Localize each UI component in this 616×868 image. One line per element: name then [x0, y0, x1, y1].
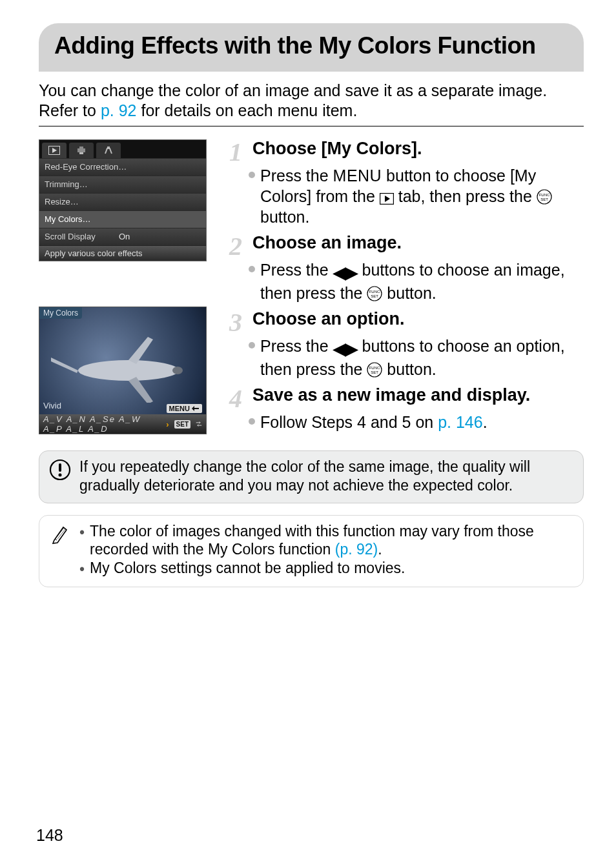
func-set-icon: FUNCSET [537, 189, 552, 205]
bullet-dot [249, 342, 255, 348]
menu-label: MENU [169, 405, 190, 412]
menu-footer: Apply various color effects [39, 245, 206, 261]
tip-1: • The color of images changed with this … [79, 522, 573, 560]
bullet-dot [249, 172, 255, 178]
menu-row-mycolors: My Colors… [39, 210, 206, 228]
tip1-text-a: The color of images changed with this fu… [90, 523, 534, 558]
step-1-number: 1 [229, 141, 249, 164]
intro-part2: for details on each menu item. [136, 101, 357, 119]
s3-text-a: Press the [260, 337, 333, 355]
preview-footer-icons: A_V A_N A_Se A_W A_P A_L A_D [43, 414, 161, 434]
playback-tab-icon [380, 193, 394, 205]
svg-point-19 [367, 363, 382, 377]
step-4-body: Follow Steps 4 and 5 on p. 146. [229, 412, 584, 432]
scroll-display-label: Scroll Display [45, 232, 96, 241]
step-3-body: Press the ◀▶ buttons to choose an option… [229, 336, 584, 379]
step-1-title: Choose [My Colors]. [252, 139, 422, 159]
airplane-graphic [51, 332, 193, 403]
svg-point-16 [367, 287, 382, 301]
step-3-title: Choose an option. [252, 310, 405, 329]
svg-point-13 [537, 190, 551, 204]
set-label: SET [174, 420, 190, 429]
tab-tools-icon [96, 143, 121, 158]
step-2-header: 2 Choose an image. [229, 234, 584, 257]
s1-text-c: tab, then press the [394, 187, 537, 205]
left-right-arrows-icon: ◀▶ [333, 338, 358, 359]
svg-point-10 [172, 367, 183, 374]
menu-word: MENU [333, 167, 382, 185]
svg-text:FUNC: FUNC [369, 366, 380, 370]
intro-text: You can change the color of an image and… [39, 81, 584, 121]
step-2-number: 2 [229, 235, 249, 258]
bullet-dot [249, 266, 255, 272]
link-p146[interactable]: p. 146 [438, 413, 483, 431]
tab-print-icon [69, 143, 94, 158]
menu-row-trimming: Trimming… [39, 176, 206, 193]
step-2-title: Choose an image. [252, 234, 402, 253]
svg-marker-7 [51, 358, 78, 373]
svg-text:SET: SET [371, 370, 379, 374]
tips-box: • The color of images changed with this … [39, 515, 584, 587]
link-p92[interactable]: p. 92 [101, 101, 137, 119]
page-title-banner: Adding Effects with the My Colors Functi… [39, 23, 584, 72]
back-arrow-icon [192, 405, 200, 412]
tip2-text: My Colors settings cannot be applied to … [90, 559, 405, 579]
preview-badge: My Colors [39, 307, 82, 319]
svg-rect-2 [77, 148, 85, 152]
step-4-header: 4 Save as a new image and display. [229, 386, 584, 409]
s4-text-b: . [483, 413, 488, 431]
step-3-header: 3 Choose an option. [229, 310, 584, 333]
svg-point-24 [59, 474, 62, 477]
caution-text: If you repeatedly change the color of th… [79, 458, 573, 495]
menu-row-redeye: Red-Eye Correction… [39, 158, 206, 176]
menu-screenshot: Red-Eye Correction… Trimming… Resize… My… [39, 139, 207, 261]
svg-text:FUNC: FUNC [369, 290, 380, 294]
tip1-text-b: . [378, 541, 382, 558]
svg-point-6 [78, 360, 179, 381]
page-title: Adding Effects with the My Colors Functi… [54, 32, 568, 60]
tip-bullet: • [79, 522, 85, 560]
s3-text-c: button. [382, 360, 436, 378]
svg-marker-12 [385, 196, 390, 202]
step-4-number: 4 [229, 387, 249, 410]
step-3-number: 3 [229, 311, 249, 334]
tip-bullet: • [79, 559, 85, 579]
left-right-arrows-icon: ◀▶ [333, 262, 358, 283]
svg-text:SET: SET [371, 294, 379, 298]
svg-marker-1 [52, 148, 57, 153]
step-1-header: 1 Choose [My Colors]. [229, 139, 584, 163]
svg-marker-8 [128, 337, 153, 364]
menu-row-scrolldisplay: Scroll Display On [39, 228, 206, 245]
caution-icon [48, 458, 72, 481]
caret-right-icon: › [166, 419, 169, 429]
preview-menu-back: MENU [167, 404, 202, 413]
s2-text-a: Press the [260, 261, 333, 279]
step-4-title: Save as a new image and display. [252, 386, 530, 405]
swap-icon [196, 420, 202, 428]
divider [39, 126, 584, 126]
svg-rect-5 [107, 146, 110, 148]
menu-tabs [39, 140, 206, 158]
scroll-display-value: On [119, 232, 130, 241]
svg-marker-9 [128, 377, 153, 403]
preview-footer: A_V A_N A_Se A_W A_P A_L A_D › SET [39, 414, 206, 434]
step-2-body: Press the ◀▶ buttons to choose an image,… [229, 259, 584, 303]
preview-mode-label: Vivid [43, 401, 61, 410]
svg-text:FUNC: FUNC [539, 193, 549, 197]
caution-box: If you repeatedly change the color of th… [39, 450, 584, 503]
bullet-dot [249, 418, 255, 425]
svg-rect-3 [79, 146, 83, 148]
preview-screenshot: My Colors Vivid MENU A_V A_N A_Se A_W A_… [39, 307, 207, 434]
s2-text-c: button. [382, 284, 436, 302]
menu-row-resize: Resize… [39, 193, 206, 210]
s4-text-a: Follow Steps 4 and 5 on [260, 413, 438, 431]
func-set-icon: FUNCSET [367, 362, 382, 378]
func-set-icon: FUNCSET [367, 286, 382, 301]
link-p92-b[interactable]: (p. 92) [335, 541, 378, 558]
svg-text:SET: SET [540, 197, 548, 201]
pencil-icon [48, 522, 72, 544]
s1-text-d: button. [260, 208, 309, 226]
tab-playback-icon [42, 143, 67, 158]
step-1-body: Press the MENU button to choose [My Colo… [229, 165, 584, 227]
s1-text-a: Press the [260, 167, 333, 185]
